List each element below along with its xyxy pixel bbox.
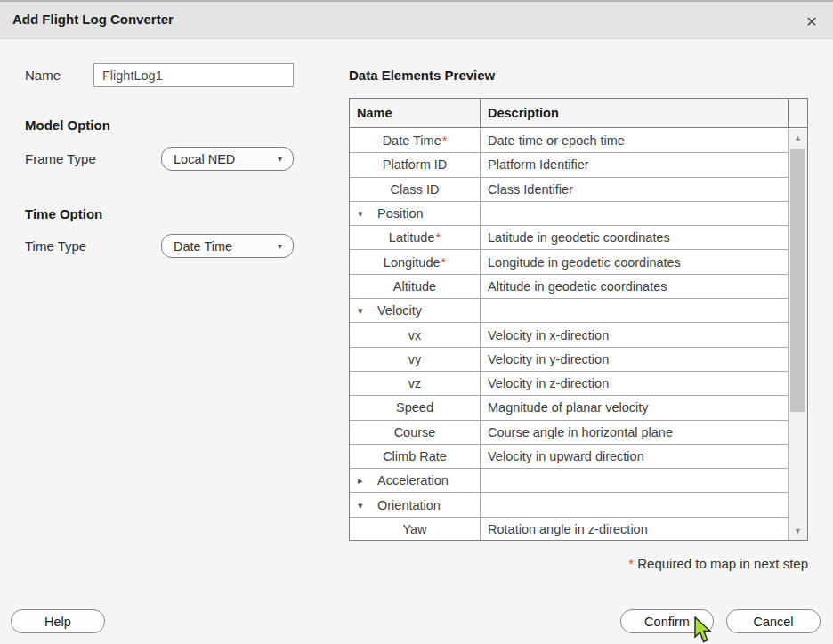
table-header-scroll-spacer [789,99,807,127]
expand-icon[interactable]: ▸ [358,476,363,486]
row-name-label: Longitude [384,255,441,270]
table-row[interactable]: ▾Orientation [350,493,788,517]
row-description-cell: Velocity in y-direction [481,348,788,371]
data-elements-table: Name Description Date Time*Date time or … [349,98,808,541]
row-name-cell: Altitude [350,275,481,298]
table-row[interactable]: Climb RateVelocity in upward direction [350,445,788,469]
row-name-label: Platform ID [383,157,448,172]
name-input[interactable] [93,63,294,87]
collapse-icon[interactable]: ▾ [358,306,363,316]
required-footnote-text: Required to map in next step [634,556,808,571]
row-description-cell: Velocity in z-direction [481,372,788,395]
table-body: Date Time*Date time or epoch timePlatfor… [350,129,788,540]
required-asterisk: * [442,133,448,148]
row-name-cell: Longitude* [350,250,481,273]
row-name-label: Yaw [402,522,426,536]
table-row[interactable]: Class IDClass Identifier [350,178,788,202]
row-name-label: Date Time [383,133,441,148]
row-name-cell: Latitude* [350,226,481,249]
row-name-cell: Speed [350,396,481,419]
help-button[interactable]: Help [11,609,105,633]
row-name-label: Orientation [377,498,441,512]
table-row[interactable]: ▸Acceleration [350,469,788,493]
close-icon[interactable]: ✕ [800,10,823,33]
row-description-cell: Altitude in geodetic coordinates [481,275,788,298]
row-name-label: Class ID [391,182,440,197]
column-header-description[interactable]: Description [481,99,789,127]
row-description-cell: Course angle in horizontal plane [481,421,788,444]
row-name-label: Altitude [393,279,436,294]
row-name-label: Velocity [377,303,422,318]
row-name-label: vz [408,376,422,390]
row-name-cell: ▸Acceleration [350,469,481,492]
row-name-label: Acceleration [377,473,449,487]
row-description-cell [481,299,788,322]
table-row[interactable]: ▾Velocity [350,299,788,323]
time-type-dropdown[interactable]: Date Time ▾ [161,234,294,258]
cancel-button[interactable]: Cancel [726,609,821,633]
add-flight-log-converter-dialog: Add Flight Log Converter ✕ Name Model Op… [0,0,833,644]
row-description-cell: Latitude in geodetic coordinates [481,226,788,249]
titlebar: Add Flight Log Converter ✕ [0,0,833,39]
table-row[interactable]: YawRotation angle in z-direction [350,518,788,540]
row-name-label: Position [377,206,424,221]
row-name-cell: vy [350,348,481,371]
row-name-cell: vz [350,372,481,395]
row-name-cell: ▾Orientation [350,493,481,516]
row-name-cell: Course [350,421,481,444]
row-name-cell: Date Time* [350,129,481,152]
row-description-cell: Velocity in x-direction [481,323,788,346]
table-row[interactable]: Latitude*Latitude in geodetic coordinate… [350,226,788,250]
chevron-down-icon: ▾ [278,241,293,251]
table-row[interactable]: ▾Position [350,202,788,226]
row-name-label: vy [408,352,422,366]
vertical-scrollbar[interactable]: ▲ ▼ [788,129,807,540]
row-description-cell [481,493,788,516]
row-name-label: Course [394,425,436,439]
frame-type-value: Local NED [162,152,278,166]
row-description-cell: Class Identifier [481,178,788,201]
collapse-icon[interactable]: ▾ [358,500,363,510]
row-name-label: Speed [396,400,433,415]
row-name-label: vx [408,328,422,342]
row-name-cell: Class ID [350,178,481,201]
row-description-cell: Magnitude of planar velocity [481,396,788,419]
table-row[interactable]: vyVelocity in y-direction [350,348,788,372]
collapse-icon[interactable]: ▾ [358,209,363,219]
required-asterisk: * [441,255,447,270]
row-description-cell: Velocity in upward direction [481,445,788,468]
table-row[interactable]: vxVelocity in x-direction [350,323,788,347]
table-row[interactable]: SpeedMagnitude of planar velocity [350,396,788,420]
data-elements-preview-heading: Data Elements Preview [349,68,495,83]
table-row[interactable]: Date Time*Date time or epoch time [350,129,788,153]
scrollbar-thumb[interactable] [790,149,805,412]
model-option-heading: Model Option [25,117,110,133]
required-footnote: * Required to map in next step [627,556,808,571]
table-row[interactable]: vzVelocity in z-direction [350,372,788,396]
row-name-cell: vx [350,323,481,346]
row-name-cell: Platform ID [350,153,481,176]
frame-type-label: Frame Type [25,151,96,166]
required-asterisk: * [435,230,441,245]
name-label: Name [25,68,61,83]
time-type-label: Time Type [25,238,86,254]
row-description-cell: Platform Identifier [481,153,788,176]
confirm-button[interactable]: Confirm [620,609,714,633]
dialog-title: Add Flight Log Converter [12,12,174,27]
row-description-cell [481,202,788,225]
frame-type-dropdown[interactable]: Local NED ▾ [161,147,294,171]
table-row[interactable]: Platform IDPlatform Identifier [350,153,788,177]
row-description-cell [481,469,788,492]
table-row[interactable]: Longitude*Longitude in geodetic coordina… [350,250,788,274]
scroll-down-icon[interactable]: ▼ [789,527,807,535]
table-row[interactable]: CourseCourse angle in horizontal plane [350,421,788,445]
row-name-cell: ▾Position [350,202,481,225]
row-name-label: Climb Rate [383,449,447,463]
scroll-up-icon[interactable]: ▲ [789,133,807,142]
chevron-down-icon: ▾ [278,154,293,164]
time-type-value: Date Time [162,239,278,254]
row-name-cell: Yaw [350,518,481,540]
table-header: Name Description [350,99,807,128]
table-row[interactable]: AltitudeAltitude in geodetic coordinates [350,275,788,299]
column-header-name[interactable]: Name [350,99,481,127]
